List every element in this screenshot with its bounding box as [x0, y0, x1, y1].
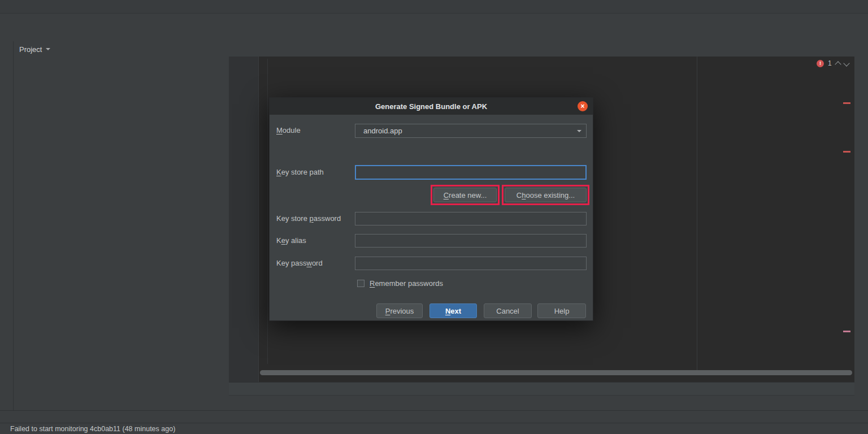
help-button[interactable]: Help	[537, 303, 586, 318]
key-password-label: Key password	[276, 259, 323, 267]
create-new-button[interactable]: Create new...	[433, 188, 497, 202]
manifest-view-tabs	[229, 395, 854, 411]
error-stripe-mark[interactable]	[843, 151, 850, 153]
right-margin-guide	[697, 57, 697, 370]
module-dropdown-arrow-icon	[577, 130, 581, 132]
main-toolbar	[0, 14, 868, 29]
previous-button[interactable]: Previous	[376, 303, 423, 318]
key-store-path-input[interactable]	[355, 165, 587, 180]
previous-error-icon[interactable]	[835, 61, 841, 67]
xml-breadcrumb	[229, 382, 854, 396]
editor-tab-bar	[229, 41, 854, 57]
module-label: Module	[276, 126, 301, 134]
key-password-input[interactable]	[355, 257, 587, 270]
inspection-widget: ! 1	[817, 59, 849, 67]
error-badge-icon: !	[817, 60, 824, 67]
right-tool-stripe	[854, 41, 868, 411]
key-store-password-label: Key store password	[276, 214, 341, 223]
dialog-title-bar[interactable]: Generate Signed Bundle or APK ×	[270, 98, 593, 115]
left-tool-stripe	[0, 41, 14, 411]
dialog-close-button[interactable]: ×	[578, 101, 588, 111]
warning-stripe-mark[interactable]	[843, 331, 850, 332]
editor-gutter	[229, 57, 259, 382]
tool-window-bar	[0, 410, 868, 423]
project-panel-title[interactable]: Project	[19, 45, 42, 54]
status-bar: Failed to start monitoring 4cb0ab11 (48 …	[0, 423, 868, 434]
key-store-password-input[interactable]	[355, 212, 587, 225]
next-error-icon[interactable]	[843, 60, 849, 66]
module-select[interactable]: android.app	[355, 124, 587, 138]
generate-signed-bundle-dialog: Generate Signed Bundle or APK × Module a…	[269, 97, 593, 321]
key-alias-label: Key alias	[276, 236, 306, 245]
menu-bar	[0, 0, 868, 14]
indent-guide	[267, 59, 268, 364]
error-stripe-mark[interactable]	[843, 102, 850, 104]
remember-passwords-checkbox[interactable]	[357, 280, 364, 287]
error-count: 1	[828, 59, 832, 67]
key-store-path-label: Key store path	[276, 168, 324, 176]
choose-existing-button[interactable]: Choose existing...	[505, 188, 587, 202]
project-panel-header: Project	[14, 41, 229, 57]
remember-passwords-label: Remember passwords	[370, 279, 443, 288]
dialog-title: Generate Signed Bundle or APK	[375, 102, 487, 111]
project-view-chevron-icon[interactable]	[46, 48, 50, 50]
module-value: android.app	[363, 127, 402, 135]
next-button[interactable]: Next	[429, 303, 477, 318]
breadcrumb	[0, 28, 868, 42]
key-alias-input[interactable]	[355, 234, 587, 248]
project-tool-window: Project	[14, 41, 229, 411]
cancel-button[interactable]: Cancel	[484, 303, 532, 318]
android-studio-window: Project ! 1 Generate Signed Bundle or AP…	[0, 0, 868, 434]
status-message: Failed to start monitoring 4cb0ab11 (48 …	[10, 425, 175, 433]
horizontal-scrollbar[interactable]	[260, 370, 852, 375]
